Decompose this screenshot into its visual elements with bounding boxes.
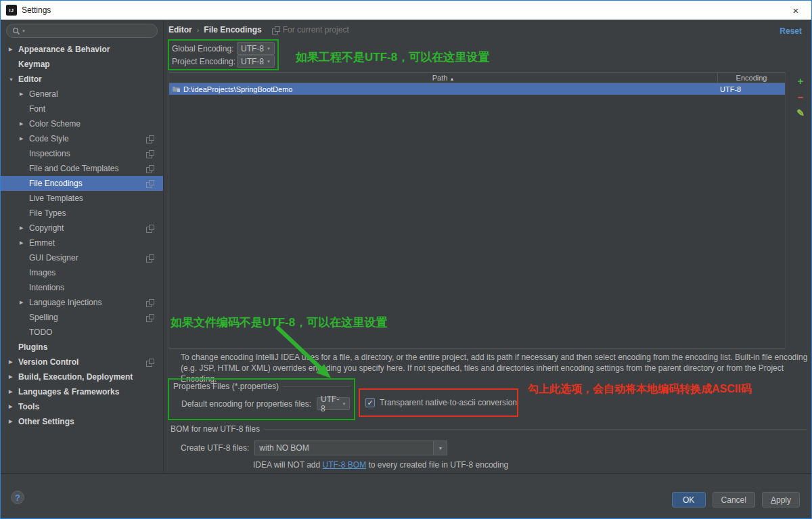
sidebar-item-editor[interactable]: ▼Editor [1, 72, 163, 87]
sidebar-item-font[interactable]: Font [1, 101, 163, 116]
sidebar-item-languages-frameworks[interactable]: ▶Languages & Frameworks [1, 384, 163, 399]
title-bar: IJ Settings × [1, 1, 811, 20]
chevron-right-icon[interactable]: ▶ [20, 136, 29, 141]
apply-button[interactable]: Apply [762, 492, 800, 507]
sidebar-item-spelling[interactable]: Spelling [1, 310, 163, 325]
sidebar-item-label: File Encodings [29, 179, 83, 188]
chevron-right-icon[interactable]: ▶ [9, 419, 18, 424]
close-icon[interactable]: × [786, 5, 806, 16]
sidebar-item-label: Live Templates [29, 194, 83, 203]
chevron-right-icon[interactable]: ▶ [9, 47, 18, 52]
chevron-right-icon[interactable]: ▶ [9, 404, 18, 409]
ok-button[interactable]: OK [672, 492, 706, 507]
sidebar-item-label: Emmet [29, 238, 55, 248]
per-project-settings-icon [146, 314, 154, 321]
sidebar-item-file-and-code-templates[interactable]: File and Code Templates [1, 161, 163, 176]
search-options-caret-icon[interactable]: ▼ [22, 29, 26, 33]
folder-icon [172, 85, 181, 93]
chevron-right-icon[interactable]: ▶ [20, 240, 29, 246]
chevron-down-icon[interactable]: ▼ [433, 441, 447, 455]
sidebar-item-label: Spelling [29, 313, 58, 322]
sidebar-item-tools[interactable]: ▶Tools [1, 399, 163, 414]
sidebar-item-label: Languages & Frameworks [18, 387, 119, 397]
chevron-right-icon[interactable]: ▶ [20, 225, 29, 231]
sidebar-item-general[interactable]: ▶General [1, 87, 163, 101]
path-value: D:\ideaProjects\SpringBootDemo [183, 85, 292, 93]
reset-link[interactable]: Reset [780, 26, 802, 36]
add-icon[interactable]: + [793, 74, 808, 87]
annotation-green-top: 如果工程不是UTF-8，可以在这里设置 [296, 49, 489, 65]
sidebar-item-gui-designer[interactable]: GUI Designer [1, 250, 163, 265]
per-project-settings-icon [146, 225, 154, 232]
chevron-down-icon: ▼ [267, 47, 271, 51]
cancel-button[interactable]: Cancel [713, 492, 755, 507]
chevron-right-icon[interactable]: ▶ [9, 374, 18, 380]
bom-select[interactable]: with NO BOM ▼ [254, 441, 447, 455]
per-project-settings-icon [146, 180, 154, 187]
encoding-table-body: D:\ideaProjects\SpringBootDemoUTF-8 [169, 83, 785, 95]
column-header-path[interactable]: Path ▲ [169, 73, 717, 83]
sidebar-item-label: Version Control [18, 357, 78, 367]
chevron-right-icon[interactable]: ▶ [9, 359, 18, 365]
chevron-right-icon[interactable]: ▶ [20, 91, 29, 97]
sidebar-item-intentions[interactable]: Intentions [1, 280, 163, 295]
encoding-cell: UTF-8 [717, 85, 785, 93]
per-project-settings-icon [146, 135, 154, 143]
properties-encoding-select[interactable]: UTF-8 ▼ [317, 397, 350, 410]
annotation-red: 勾上此选项，会自动将本地编码转换成ASCII码 [528, 382, 752, 397]
sidebar-item-build-execution-deployment[interactable]: ▶Build, Execution, Deployment [1, 369, 163, 384]
sidebar-item-keymap[interactable]: Keymap [1, 57, 163, 72]
edit-pencil-icon[interactable]: ✎ [793, 106, 808, 120]
chevron-right-icon[interactable]: ▶ [9, 389, 18, 394]
global-encoding-select[interactable]: UTF-8 ▼ [237, 42, 275, 55]
chevron-down-icon[interactable]: ▼ [9, 77, 18, 82]
apply-button-label: Apply [771, 495, 791, 505]
chevron-right-icon[interactable]: ▶ [20, 300, 29, 305]
create-utf8-label: Create UTF-8 files: [181, 443, 249, 453]
project-encoding-select[interactable]: UTF-8 ▼ [237, 55, 275, 68]
sidebar-item-live-templates[interactable]: Live Templates [1, 191, 163, 206]
sidebar-item-version-control[interactable]: ▶Version Control [1, 355, 163, 369]
per-project-settings-icon [146, 254, 154, 262]
global-encoding-row: Global Encoding: UTF-8 ▼ [172, 42, 275, 55]
sidebar-item-file-encodings[interactable]: File Encodings [1, 176, 163, 191]
utf8-bom-link[interactable]: UTF-8 BOM [322, 460, 366, 470]
sidebar-item-copyright[interactable]: ▶Copyright [1, 221, 163, 235]
project-scope-icon [272, 26, 279, 34]
sidebar-item-file-types[interactable]: File Types [1, 206, 163, 221]
search-input[interactable]: ▼ [6, 24, 158, 38]
chevron-right-icon[interactable]: ▶ [20, 121, 29, 127]
column-header-encoding[interactable]: Encoding [717, 73, 785, 83]
sidebar-item-language-injections[interactable]: ▶Language Injections [1, 295, 163, 310]
sidebar-item-label: File and Code Templates [29, 164, 119, 173]
sidebar-item-label: Other Settings [18, 417, 74, 426]
sidebar-item-label: Copyright [29, 223, 64, 233]
native-to-ascii-checkbox[interactable]: ✓ [365, 398, 375, 407]
sidebar-item-emmet[interactable]: ▶Emmet [1, 235, 163, 250]
sidebar-item-plugins[interactable]: Plugins [1, 340, 163, 355]
sidebar-item-label: Tools [18, 402, 39, 411]
scope-indicator: For current project [272, 25, 349, 35]
breadcrumb-file-encodings: File Encodings [204, 25, 261, 35]
create-utf8-row: Create UTF-8 files: with NO BOM ▼ [171, 441, 807, 455]
sidebar-item-inspections[interactable]: Inspections [1, 146, 163, 161]
dialog-body: ▼ ▶Appearance & BehaviorKeymap▼Editor▶Ge… [1, 20, 811, 518]
sidebar-item-color-scheme[interactable]: ▶Color Scheme [1, 116, 163, 131]
chevron-down-icon: ▼ [267, 60, 271, 64]
global-encoding-value: UTF-8 [241, 44, 264, 53]
annotation-arrow-icon [262, 324, 343, 385]
sidebar-item-code-style[interactable]: ▶Code Style [1, 131, 163, 146]
sidebar-item-images[interactable]: Images [1, 265, 163, 280]
remove-icon[interactable]: − [793, 90, 808, 104]
dialog-footer: ? OK Cancel Apply [1, 473, 811, 518]
search-icon [12, 27, 20, 35]
sidebar-item-appearance-behavior[interactable]: ▶Appearance & Behavior [1, 42, 163, 57]
sidebar-item-label: TODO [29, 328, 52, 337]
sidebar-item-other-settings[interactable]: ▶Other Settings [1, 414, 163, 429]
breadcrumb-editor[interactable]: Editor [168, 25, 192, 35]
encoding-highlight-box: Global Encoding: UTF-8 ▼ Project Encodin… [168, 39, 279, 70]
help-icon[interactable]: ? [11, 491, 24, 504]
sidebar-item-todo[interactable]: TODO [1, 325, 163, 340]
sidebar-item-label: Images [29, 268, 55, 277]
table-row[interactable]: D:\ideaProjects\SpringBootDemoUTF-8 [169, 83, 785, 95]
